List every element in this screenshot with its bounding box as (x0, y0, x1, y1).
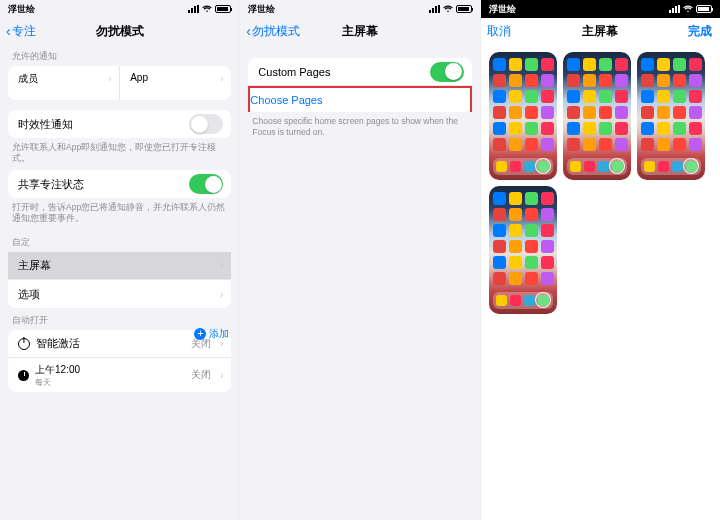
wifi-icon (683, 5, 693, 13)
chevron-left-icon: ‹ (6, 23, 11, 39)
battery-icon (215, 5, 231, 13)
smart-activate-row[interactable]: 智能激活 关闭 › (8, 330, 231, 358)
home-page-thumb-2[interactable] (563, 52, 631, 180)
share-footnote: 打开时，告诉App您已将通知静音，并允许联系人仍然通知您重要事件。 (0, 198, 239, 230)
power-icon (18, 338, 30, 350)
back-button[interactable]: ‹勿扰模式 (246, 23, 300, 40)
time-sensitive-toggle[interactable] (189, 114, 223, 134)
carrier-label: 浮世绘 (248, 3, 275, 16)
chevron-right-icon: › (220, 74, 223, 84)
phone-panel-3: 浮世绘 取消 主屏幕 完成 (481, 0, 720, 520)
phone-panel-2: 浮世绘 ‹勿扰模式 主屏幕 Custom Pages Choose Pages … (240, 0, 480, 520)
select-circle-icon[interactable] (609, 158, 625, 174)
done-button[interactable]: 完成 (688, 23, 712, 40)
chevron-right-icon: › (220, 289, 223, 300)
select-circle-icon[interactable] (683, 158, 699, 174)
cancel-button[interactable]: 取消 (487, 23, 511, 40)
home-screen-row[interactable]: 主屏幕› (8, 252, 231, 280)
allowed-card: 成员› App› (8, 66, 231, 100)
share-focus-row[interactable]: 共享专注状态 (8, 170, 231, 198)
status-bar: 浮世绘 (240, 0, 479, 18)
clock-icon (18, 370, 29, 381)
pages-grid (481, 44, 720, 322)
nav-bar: ‹专注 勿扰模式 (0, 18, 239, 44)
custom-pages-row[interactable]: Custom Pages (248, 58, 471, 86)
time-footnote: 允许联系人和App即刻通知您，即使您已打开专注模式。 (0, 138, 239, 170)
chevron-right-icon: › (220, 370, 223, 381)
carrier-label: 浮世绘 (8, 3, 35, 16)
section-allowed: 允许的通知 (0, 44, 239, 66)
time-sensitive-row[interactable]: 时效性通知 (8, 110, 231, 138)
nav-title: 主屏幕 (481, 23, 720, 40)
members-cell[interactable]: 成员› (8, 66, 120, 100)
status-bar: 浮世绘 (481, 0, 720, 18)
phone-panel-1: 浮世绘 ‹专注 勿扰模式 允许的通知 成员› App› 时效性通知 允许联系人和… (0, 0, 240, 520)
wifi-icon (443, 5, 453, 13)
chevron-left-icon: ‹ (246, 23, 251, 39)
select-circle-icon[interactable] (535, 158, 551, 174)
status-bar: 浮世绘 (0, 0, 239, 18)
battery-icon (696, 5, 712, 13)
nav-bar: ‹勿扰模式 主屏幕 (240, 18, 479, 44)
select-circle-icon[interactable] (535, 292, 551, 308)
chevron-right-icon: › (220, 260, 223, 271)
home-page-thumb-1[interactable] (489, 52, 557, 180)
status-icons (188, 5, 231, 13)
home-page-thumb-3[interactable] (637, 52, 705, 180)
signal-icon (669, 5, 680, 13)
nav-title: 勿扰模式 (0, 23, 239, 40)
signal-icon (429, 5, 440, 13)
share-focus-toggle[interactable] (189, 174, 223, 194)
section-custom: 自定 (0, 230, 239, 252)
back-button[interactable]: ‹专注 (6, 23, 36, 40)
options-row[interactable]: 选项› (8, 280, 231, 308)
nav-bar: 取消 主屏幕 完成 (481, 18, 720, 44)
choose-footnote: Choose specific home screen pages to sho… (240, 112, 479, 144)
chevron-right-icon: › (220, 338, 223, 349)
home-page-thumb-4[interactable] (489, 186, 557, 314)
chevron-right-icon: › (108, 74, 111, 84)
signal-icon (188, 5, 199, 13)
custom-pages-toggle[interactable] (430, 62, 464, 82)
wifi-icon (202, 5, 212, 13)
app-cell[interactable]: App› (120, 66, 231, 100)
section-auto: 自动打开 +添加 (0, 308, 239, 330)
battery-icon (456, 5, 472, 13)
schedule-row[interactable]: 上午12:00每天 关闭 › (8, 358, 231, 392)
carrier-label: 浮世绘 (489, 3, 516, 16)
choose-pages-row[interactable]: Choose Pages (248, 86, 471, 112)
